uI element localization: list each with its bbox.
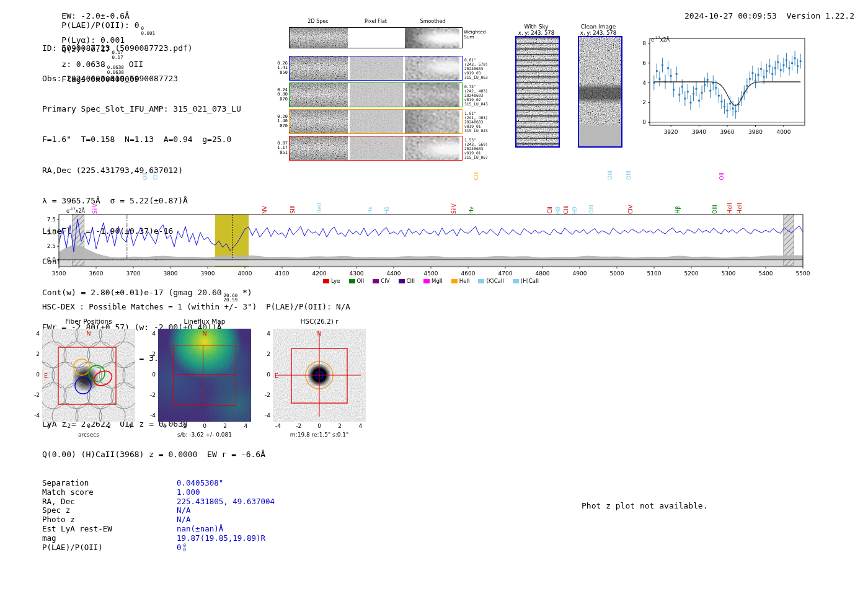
- weighted-label-line2: Sum: [464, 35, 486, 40]
- with-sky-image: [515, 36, 560, 148]
- match-rows: Separation0.0405308"Match score1.000RA, …: [42, 479, 275, 553]
- x-tick: -4: [275, 423, 281, 429]
- fiber-row-annotation: 1.53"(243, 569)20240603v019_01315_LU_067: [464, 138, 488, 159]
- annotation-line: 1.53": [464, 138, 488, 142]
- spec2d-row: 0.071.170511.53"(243, 569)20240603v019_0…: [273, 136, 488, 161]
- match-row: RA, Dec225.431805, 49.637004: [42, 497, 275, 507]
- legend-item: MgII: [423, 278, 443, 284]
- spec2d-overlay: [290, 83, 348, 107]
- svg-text:4700: 4700: [498, 270, 513, 277]
- x-tick: -4: [161, 423, 166, 429]
- y-tick: 2: [30, 351, 40, 357]
- match-value: nan(±nan)Å: [177, 525, 223, 534]
- x-axis-ticks: -4-2024: [273, 423, 366, 430]
- legend-label: Lyα: [331, 278, 340, 284]
- legend-swatch: [478, 279, 484, 283]
- clean-image: [578, 36, 622, 148]
- weight-value: 050: [273, 71, 288, 76]
- col-header-smoothed: Smoothed: [404, 19, 461, 24]
- unit-rest: x2Å: [660, 37, 670, 43]
- emission-label-oiii: OIII: [608, 171, 613, 180]
- north-indicator: N: [202, 330, 206, 337]
- x-tick: 2: [223, 423, 227, 429]
- x-tick: 4: [244, 423, 248, 429]
- match-row: Photo zN/A: [42, 515, 275, 525]
- east-indicator: E: [44, 372, 48, 379]
- fiber-row-weights: 0.071.17051: [273, 141, 288, 156]
- legend-item: (K)CaII: [478, 278, 503, 284]
- svg-text:4000: 4000: [238, 270, 252, 277]
- legend-item: HeII: [451, 278, 470, 284]
- match-value: 0.0405308": [177, 479, 223, 488]
- annotation-line: (243, 569): [464, 142, 488, 146]
- y-tick: 2: [146, 351, 156, 357]
- x-axis-ticks: -4-2024: [42, 423, 135, 430]
- svg-text:4600: 4600: [461, 270, 476, 277]
- match-label: Est LyA rest-EW: [42, 525, 177, 534]
- svg-text:5400: 5400: [759, 270, 773, 277]
- spec2d-weighted-row: [289, 27, 463, 48]
- y-tick: -2: [30, 392, 40, 398]
- hsc-r-image: N E: [273, 329, 366, 422]
- fiber-row-annotation: 1.01"(241, 403)20240603v019_01315_LU_043: [464, 111, 488, 133]
- pixelflat-image: [350, 110, 403, 133]
- svg-text:7.5: 7.5: [47, 216, 56, 223]
- spec2d-image: [290, 110, 348, 133]
- svg-text:3800: 3800: [164, 270, 178, 277]
- weighted-sum-label: Weighted Sum: [464, 30, 486, 40]
- annotation-line: 315_LU_063: [464, 75, 488, 79]
- spectrum-legend: LyαOIICIVCIIIMgIIHeII(K)CaII(H)CaII: [59, 278, 803, 284]
- match-value: N/A: [177, 506, 191, 515]
- svg-text:3980: 3980: [748, 129, 763, 135]
- emission-label-oii: OII: [719, 172, 725, 180]
- legend-swatch: [323, 279, 329, 283]
- legend-swatch: [451, 279, 458, 283]
- smoothed-overlay: [405, 56, 459, 80]
- annotation-line: 315_LU_043: [464, 128, 488, 133]
- fiber-row-box: [289, 82, 463, 107]
- smoothed-overlay: [405, 83, 459, 107]
- x-tick: -2: [181, 423, 187, 429]
- panel-title: Fiber Positions: [42, 318, 135, 325]
- legend-item: (H)CaII: [513, 278, 539, 284]
- legend-swatch: [399, 279, 405, 283]
- panel-caption: arcsecs: [42, 432, 135, 438]
- x-tick: -4: [45, 423, 50, 429]
- x-tick: -2: [65, 423, 71, 429]
- svg-text:4500: 4500: [424, 270, 438, 277]
- annotation-line: 20240603: [464, 120, 488, 124]
- x-tick: 0: [87, 423, 91, 429]
- spec2d-image: [290, 56, 348, 80]
- match-label: RA, Dec: [42, 497, 177, 507]
- svg-text:5.0: 5.0: [47, 229, 56, 236]
- svg-text:4200: 4200: [312, 270, 327, 277]
- weighted-row-box: [289, 27, 463, 48]
- info-line-primary: Primary Spec_Slot_IFU_AMP: 315_021_073_L…: [42, 104, 265, 114]
- emission-label-ciii: CIII: [474, 171, 479, 180]
- col-header-pixelflat: Pixel Flat: [349, 19, 402, 24]
- weight-value: 051: [273, 151, 288, 156]
- svg-text:2: 2: [642, 99, 646, 105]
- pixelflat-image: [350, 83, 403, 107]
- match-value: N/A: [177, 515, 191, 525]
- svg-text:8: 8: [642, 40, 646, 47]
- match-row: P(LAE)/P(OII)000: [42, 543, 275, 553]
- fiber-row-annotation: 0.81"(243, 578)20240603v019_03315_LU_063: [464, 58, 488, 79]
- legend-swatch: [349, 279, 355, 283]
- legend-label: CIII: [407, 278, 415, 284]
- unit-sup: -17: [654, 35, 660, 40]
- spec2d-row: 0.240.800700.75"(242, 403)20240603v019_0…: [273, 82, 488, 107]
- y-tick: 0: [146, 371, 156, 378]
- legend-item: Lyα: [323, 278, 340, 284]
- svg-text:3600: 3600: [89, 270, 104, 277]
- weighted-2dspec-image: [290, 28, 348, 48]
- match-row: Est LyA rest-EWnan(±nan)Å: [42, 525, 275, 534]
- x-tick: 2: [338, 423, 342, 429]
- svg-text:4: 4: [642, 80, 646, 86]
- x-tick: 4: [128, 423, 132, 429]
- match-label: Match score: [42, 488, 177, 497]
- pixelflat-image: [350, 56, 403, 80]
- report-version: Version 1.22.2: [786, 11, 854, 20]
- ew-value: EW: -2.0±-0.6Å: [61, 11, 130, 20]
- panel-caption: s/b: -3.62 +/- 0.081: [158, 432, 251, 438]
